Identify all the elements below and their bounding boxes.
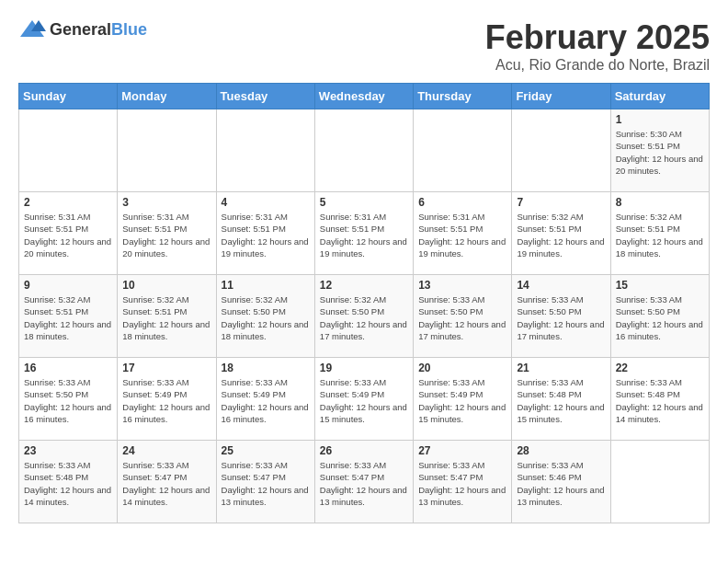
calendar-week-3: 9Sunrise: 5:32 AM Sunset: 5:51 PM Daylig… — [19, 275, 710, 358]
day-number: 23 — [24, 444, 112, 457]
calendar-cell: 14Sunrise: 5:33 AM Sunset: 5:50 PM Dayli… — [512, 275, 610, 358]
day-info: Sunrise: 5:33 AM Sunset: 5:47 PM Dayligh… — [320, 459, 408, 508]
day-info: Sunrise: 5:31 AM Sunset: 5:51 PM Dayligh… — [320, 211, 408, 259]
calendar-cell: 2Sunrise: 5:31 AM Sunset: 5:51 PM Daylig… — [19, 192, 118, 275]
day-info: Sunrise: 5:32 AM Sunset: 5:51 PM Dayligh… — [616, 211, 704, 259]
day-info: Sunrise: 5:33 AM Sunset: 5:48 PM Dayligh… — [24, 459, 112, 508]
calendar-cell — [512, 109, 610, 192]
day-info: Sunrise: 5:31 AM Sunset: 5:51 PM Dayligh… — [122, 211, 210, 259]
day-number: 18 — [222, 362, 310, 374]
day-number: 25 — [222, 444, 310, 457]
calendar-cell: 1Sunrise: 5:30 AM Sunset: 5:51 PM Daylig… — [610, 109, 709, 192]
calendar-cell: 18Sunrise: 5:33 AM Sunset: 5:49 PM Dayli… — [216, 358, 314, 441]
calendar-cell: 12Sunrise: 5:32 AM Sunset: 5:50 PM Dayli… — [314, 275, 413, 358]
calendar-cell: 26Sunrise: 5:33 AM Sunset: 5:47 PM Dayli… — [314, 441, 413, 523]
day-number: 4 — [222, 196, 310, 209]
calendar-cell — [216, 109, 314, 192]
header-day-wednesday: Wednesday — [314, 84, 413, 109]
logo-text-general: General — [50, 20, 111, 39]
calendar-cell — [610, 441, 709, 523]
calendar-cell: 21Sunrise: 5:33 AM Sunset: 5:48 PM Dayli… — [512, 358, 610, 441]
day-number: 6 — [418, 196, 506, 209]
calendar-week-5: 23Sunrise: 5:33 AM Sunset: 5:48 PM Dayli… — [19, 441, 710, 523]
calendar-cell: 28Sunrise: 5:33 AM Sunset: 5:46 PM Dayli… — [512, 441, 610, 523]
calendar-table: SundayMondayTuesdayWednesdayThursdayFrid… — [18, 83, 710, 523]
day-info: Sunrise: 5:32 AM Sunset: 5:51 PM Dayligh… — [517, 211, 605, 259]
calendar-title: February 2025 — [485, 18, 710, 57]
day-info: Sunrise: 5:31 AM Sunset: 5:51 PM Dayligh… — [222, 211, 310, 259]
calendar-cell: 16Sunrise: 5:33 AM Sunset: 5:50 PM Dayli… — [19, 358, 118, 441]
calendar-cell: 9Sunrise: 5:32 AM Sunset: 5:51 PM Daylig… — [19, 275, 118, 358]
day-number: 1 — [616, 113, 704, 126]
day-info: Sunrise: 5:32 AM Sunset: 5:51 PM Dayligh… — [122, 293, 210, 342]
calendar-cell: 6Sunrise: 5:31 AM Sunset: 5:51 PM Daylig… — [414, 192, 512, 275]
day-number: 9 — [24, 279, 112, 292]
day-number: 20 — [418, 362, 506, 374]
title-area: February 2025 Acu, Rio Grande do Norte, … — [485, 18, 710, 74]
header-day-sunday: Sunday — [19, 84, 118, 109]
header-day-friday: Friday — [512, 84, 610, 109]
day-info: Sunrise: 5:31 AM Sunset: 5:51 PM Dayligh… — [418, 211, 506, 259]
day-info: Sunrise: 5:33 AM Sunset: 5:49 PM Dayligh… — [320, 376, 408, 425]
header-day-tuesday: Tuesday — [216, 84, 314, 109]
calendar-cell: 3Sunrise: 5:31 AM Sunset: 5:51 PM Daylig… — [118, 192, 216, 275]
calendar-week-2: 2Sunrise: 5:31 AM Sunset: 5:51 PM Daylig… — [19, 192, 710, 275]
day-info: Sunrise: 5:33 AM Sunset: 5:49 PM Dayligh… — [418, 376, 506, 425]
calendar-cell: 27Sunrise: 5:33 AM Sunset: 5:47 PM Dayli… — [414, 441, 512, 523]
day-info: Sunrise: 5:31 AM Sunset: 5:51 PM Dayligh… — [24, 211, 112, 259]
day-number: 27 — [418, 444, 506, 457]
day-info: Sunrise: 5:33 AM Sunset: 5:48 PM Dayligh… — [616, 376, 704, 425]
calendar-cell — [19, 109, 118, 192]
day-number: 7 — [517, 196, 605, 209]
header: GeneralBlue February 2025 Acu, Rio Grand… — [18, 18, 710, 74]
day-number: 21 — [517, 362, 605, 374]
calendar-cell: 19Sunrise: 5:33 AM Sunset: 5:49 PM Dayli… — [314, 358, 413, 441]
calendar-cell: 17Sunrise: 5:33 AM Sunset: 5:49 PM Dayli… — [118, 358, 216, 441]
header-day-thursday: Thursday — [414, 84, 512, 109]
day-number: 15 — [616, 279, 704, 292]
day-number: 8 — [616, 196, 704, 209]
day-number: 5 — [320, 196, 408, 209]
day-number: 16 — [24, 362, 112, 374]
day-info: Sunrise: 5:33 AM Sunset: 5:49 PM Dayligh… — [122, 376, 210, 425]
day-info: Sunrise: 5:33 AM Sunset: 5:47 PM Dayligh… — [418, 459, 506, 508]
calendar-cell: 13Sunrise: 5:33 AM Sunset: 5:50 PM Dayli… — [414, 275, 512, 358]
calendar-cell: 7Sunrise: 5:32 AM Sunset: 5:51 PM Daylig… — [512, 192, 610, 275]
calendar-cell: 5Sunrise: 5:31 AM Sunset: 5:51 PM Daylig… — [314, 192, 413, 275]
day-info: Sunrise: 5:33 AM Sunset: 5:50 PM Dayligh… — [418, 293, 506, 342]
day-number: 26 — [320, 444, 408, 457]
day-number: 24 — [122, 444, 210, 457]
day-info: Sunrise: 5:33 AM Sunset: 5:49 PM Dayligh… — [222, 376, 310, 425]
day-info: Sunrise: 5:33 AM Sunset: 5:50 PM Dayligh… — [24, 376, 112, 425]
day-info: Sunrise: 5:30 AM Sunset: 5:51 PM Dayligh… — [616, 128, 704, 177]
day-number: 12 — [320, 279, 408, 292]
day-info: Sunrise: 5:33 AM Sunset: 5:48 PM Dayligh… — [517, 376, 605, 425]
calendar-cell: 11Sunrise: 5:32 AM Sunset: 5:50 PM Dayli… — [216, 275, 314, 358]
day-number: 2 — [24, 196, 112, 209]
day-number: 10 — [122, 279, 210, 292]
calendar-cell: 8Sunrise: 5:32 AM Sunset: 5:51 PM Daylig… — [610, 192, 709, 275]
calendar-header-row: SundayMondayTuesdayWednesdayThursdayFrid… — [19, 84, 710, 109]
day-info: Sunrise: 5:33 AM Sunset: 5:46 PM Dayligh… — [517, 459, 605, 508]
day-number: 3 — [122, 196, 210, 209]
day-number: 22 — [616, 362, 704, 374]
calendar-cell — [314, 109, 413, 192]
calendar-week-1: 1Sunrise: 5:30 AM Sunset: 5:51 PM Daylig… — [19, 109, 710, 192]
day-number: 14 — [517, 279, 605, 292]
calendar-cell — [118, 109, 216, 192]
logo-icon — [18, 18, 46, 40]
logo-text-blue: Blue — [111, 20, 147, 39]
day-number: 17 — [122, 362, 210, 374]
header-day-saturday: Saturday — [610, 84, 709, 109]
calendar-week-4: 16Sunrise: 5:33 AM Sunset: 5:50 PM Dayli… — [19, 358, 710, 441]
calendar-cell: 10Sunrise: 5:32 AM Sunset: 5:51 PM Dayli… — [118, 275, 216, 358]
calendar-subtitle: Acu, Rio Grande do Norte, Brazil — [485, 57, 710, 74]
calendar-cell: 24Sunrise: 5:33 AM Sunset: 5:47 PM Dayli… — [118, 441, 216, 523]
day-info: Sunrise: 5:33 AM Sunset: 5:47 PM Dayligh… — [222, 459, 310, 508]
calendar-cell: 4Sunrise: 5:31 AM Sunset: 5:51 PM Daylig… — [216, 192, 314, 275]
calendar-cell: 25Sunrise: 5:33 AM Sunset: 5:47 PM Dayli… — [216, 441, 314, 523]
calendar-body: 1Sunrise: 5:30 AM Sunset: 5:51 PM Daylig… — [19, 109, 710, 523]
calendar-cell: 15Sunrise: 5:33 AM Sunset: 5:50 PM Dayli… — [610, 275, 709, 358]
day-number: 13 — [418, 279, 506, 292]
day-info: Sunrise: 5:33 AM Sunset: 5:50 PM Dayligh… — [517, 293, 605, 342]
